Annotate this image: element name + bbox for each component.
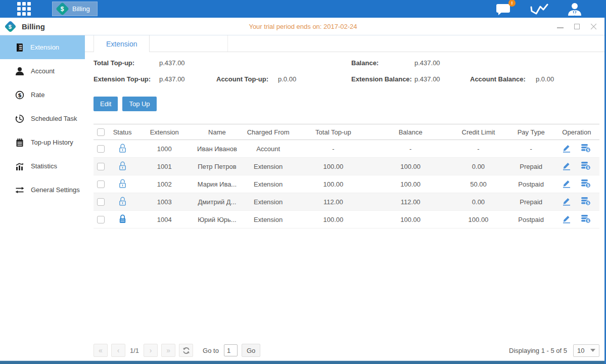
col-charged-from: Charged From (243, 124, 294, 140)
col-pay-type: Pay Type (508, 124, 554, 140)
sidebar-item-label: Scheduled Task (31, 115, 77, 122)
name-cell: Мария Ива... (192, 175, 242, 193)
lock-open-icon (118, 143, 127, 153)
billing-task-label: Billing (72, 5, 90, 13)
charged-from-cell: Account (243, 140, 294, 158)
credit-limit-cell: 100.00 (448, 211, 508, 229)
goto-page-input[interactable] (224, 344, 238, 356)
resource-monitor-icon[interactable] (530, 3, 548, 15)
charged-from-cell: Extension (243, 158, 294, 175)
sidebar-item-extension[interactable]: Extension (0, 35, 85, 59)
row-checkbox[interactable] (97, 180, 105, 188)
account-balance-value: p.0.00 (536, 75, 599, 83)
row-checkbox[interactable] (97, 163, 105, 170)
balance-cell: - (372, 140, 448, 158)
next-page-button[interactable]: › (144, 344, 158, 357)
sidebar-item-account[interactable]: Account (0, 59, 85, 83)
top-up-row-icon[interactable]: $ (581, 178, 591, 188)
tab-extension[interactable]: Extension (94, 35, 150, 52)
total-topup-cell: 100.00 (294, 211, 372, 229)
extension-topup-value: p.437.00 (159, 75, 216, 83)
account-balance-label: Account Balance: (470, 75, 536, 83)
top-up-row-icon[interactable]: $ (581, 196, 591, 206)
top-up-row-icon[interactable]: $ (581, 214, 591, 223)
edit-row-icon[interactable] (562, 143, 571, 153)
total-topup-label: Total Top-up: (94, 59, 159, 67)
user-icon[interactable] (568, 3, 582, 16)
col-status: Status (108, 124, 137, 140)
window-bottom-border (0, 360, 606, 364)
charged-from-cell: Extension (243, 193, 294, 211)
minimize-button[interactable] (557, 23, 564, 30)
chat-icon[interactable]: ! (496, 3, 511, 15)
page-size-value: 10 (577, 347, 584, 354)
row-checkbox[interactable] (97, 145, 105, 153)
pay-type-cell: Postpaid (508, 175, 554, 193)
col-credit-limit: Credit Limit (448, 124, 508, 140)
close-button[interactable] (590, 23, 597, 30)
edit-row-icon[interactable] (562, 214, 571, 223)
sidebar-item-scheduled-task[interactable]: Scheduled Task (0, 107, 85, 130)
page-size-select[interactable]: 10 (573, 344, 599, 357)
sidebar-item-general-settings[interactable]: General Settings (0, 178, 85, 202)
table-row: 1003 Дмитрий Д... Extension 112.00 112.0… (94, 193, 599, 211)
balance-cell: 100.00 (372, 158, 448, 175)
top-up-button[interactable]: Top Up (122, 97, 156, 111)
total-topup-cell: - (294, 140, 372, 158)
billing-app-window: $ Billing ! (0, 0, 606, 364)
sidebar-item-topup-history[interactable]: Top-up History (0, 130, 85, 154)
edit-row-icon[interactable] (562, 161, 571, 170)
edit-button[interactable]: Edit (94, 97, 118, 111)
sidebar-item-rate[interactable]: $ Rate (0, 83, 85, 107)
sidebar-item-label: Statistics (31, 162, 57, 170)
scheduled-task-icon (15, 114, 24, 123)
col-balance: Balance (372, 124, 448, 140)
go-button[interactable]: Go (242, 344, 260, 357)
balance-value: p.437.00 (414, 59, 470, 67)
apps-grid-icon[interactable] (17, 2, 31, 16)
chat-notification-badge: ! (508, 0, 516, 7)
sidebar-item-label: Account (31, 67, 55, 75)
name-cell: Петр Петров (192, 158, 242, 175)
balance-cell: 100.00 (372, 211, 448, 229)
general-settings-icon (15, 186, 24, 195)
col-name: Name (192, 124, 242, 140)
row-checkbox[interactable] (97, 198, 105, 206)
extension-topup-label: Extension Top-up: (94, 75, 159, 83)
extension-cell: 1003 (137, 193, 192, 211)
lock-closed-icon (118, 214, 127, 224)
extension-cell: 1000 (137, 140, 192, 158)
edit-row-icon[interactable] (562, 196, 571, 206)
total-topup-cell: 112.00 (294, 193, 372, 211)
goto-label: Go to (203, 347, 219, 354)
extension-balance-label: Extension Balance: (351, 75, 414, 83)
statistics-icon (15, 162, 24, 171)
balance-cell: 100.00 (372, 175, 448, 193)
svg-text:$: $ (18, 92, 22, 98)
edit-row-icon[interactable] (562, 178, 571, 188)
top-up-row-icon[interactable]: $ (581, 161, 591, 170)
maximize-button[interactable] (574, 23, 580, 30)
col-extension: Extension (137, 124, 192, 140)
topup-history-icon (15, 138, 24, 147)
extension-cell: 1001 (137, 158, 192, 175)
table-row: 1000 Иван Иванов Account - - - - $ (94, 140, 599, 158)
row-checkbox[interactable] (97, 216, 105, 223)
pay-type-cell: Postpaid (508, 211, 554, 229)
billing-task-tab[interactable]: $ Billing (52, 2, 98, 16)
empty-tab-slot (150, 35, 228, 52)
sidebar-item-statistics[interactable]: Statistics (0, 154, 85, 178)
prev-page-button[interactable]: ‹ (111, 344, 125, 357)
svg-text:$: $ (587, 218, 589, 223)
lock-open-icon (118, 161, 127, 171)
select-all-checkbox[interactable] (97, 128, 105, 136)
refresh-button[interactable] (179, 344, 193, 357)
top-up-row-icon[interactable]: $ (581, 143, 591, 153)
first-page-button[interactable]: « (94, 344, 108, 357)
pay-type-cell: Prepaid (508, 158, 554, 175)
displaying-text: Displaying 1 - 5 of 5 (509, 347, 567, 354)
extensions-table: Status Extension Name Charged From Total… (94, 124, 599, 229)
last-page-button[interactable]: » (161, 344, 175, 357)
refresh-icon (182, 347, 190, 354)
sidebar-item-label: Top-up History (31, 139, 73, 146)
